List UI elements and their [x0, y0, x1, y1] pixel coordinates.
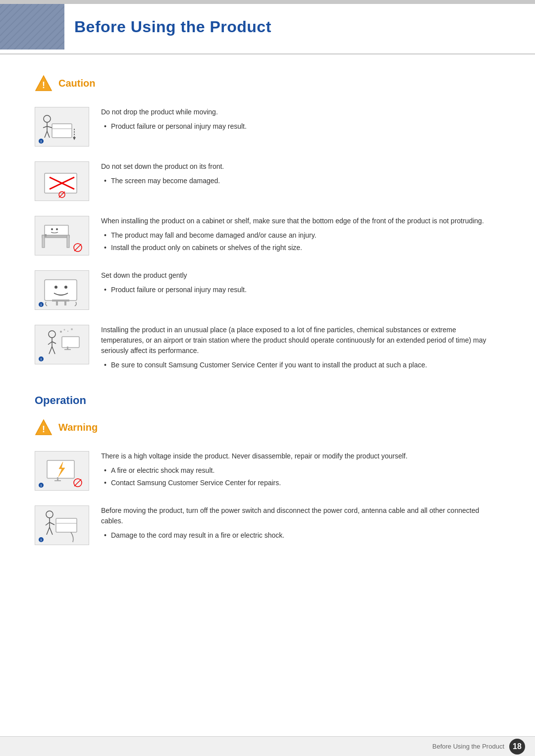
svg-rect-31	[52, 300, 69, 302]
svg-rect-23	[67, 235, 69, 248]
svg-text:i: i	[41, 357, 42, 361]
caution-item-unusual: i Installing the product in an unusual p…	[35, 325, 500, 372]
warning-voltage-bullets: A fire or electric shock may result. Con…	[101, 465, 500, 488]
warning-moving-main: Before moving the product, turn off the …	[101, 505, 500, 526]
operation-label: Operation	[35, 394, 86, 406]
svg-rect-24	[45, 225, 68, 235]
svg-text:i: i	[41, 484, 42, 487]
caution-moving-bullet-0: Product failure or personal injury may r…	[101, 121, 500, 132]
svg-text:i: i	[41, 538, 42, 542]
caution-cabinet-main: When installing the product on a cabinet…	[101, 216, 500, 226]
svg-line-65	[46, 522, 50, 525]
main-content: ! Caution i	[0, 74, 535, 600]
caution-item-moving-content: Do not drop the product while moving. Pr…	[101, 107, 500, 134]
caution-item-unusual-content: Installing the product in an unusual pla…	[101, 325, 500, 372]
svg-line-67	[47, 527, 50, 535]
svg-point-26	[51, 228, 53, 230]
svg-text:i: i	[41, 303, 42, 306]
caution-item-front-content: Do not set down the product on its front…	[101, 161, 500, 188]
svg-rect-30	[45, 280, 77, 301]
svg-line-29	[74, 244, 81, 251]
svg-point-38	[49, 331, 55, 338]
svg-line-66	[50, 522, 54, 525]
svg-line-9	[43, 126, 47, 128]
caution-front-bullet-0: The screen may become damaged.	[101, 176, 500, 186]
svg-rect-46	[64, 349, 71, 350]
svg-rect-57	[54, 480, 61, 481]
caution-unusual-bullets: Be sure to consult Samsung Customer Serv…	[101, 360, 500, 370]
svg-point-48	[64, 329, 65, 331]
illustration-gently: i	[35, 270, 89, 310]
svg-line-42	[49, 347, 52, 354]
svg-text:i: i	[41, 140, 42, 143]
caution-front-bullets: The screen may become damaged.	[101, 176, 500, 186]
warning-voltage-main: There is a high voltage inside the produ…	[101, 451, 500, 461]
svg-point-27	[56, 228, 58, 230]
warning-item-moving: i Before moving the product, turn off th…	[35, 505, 500, 545]
page-footer: Before Using the Product 18	[0, 736, 535, 756]
svg-point-6	[44, 115, 51, 122]
svg-line-41	[52, 342, 56, 344]
warning-item-voltage: i There is a high voltage inside the pro…	[35, 451, 500, 491]
svg-rect-25	[45, 234, 47, 237]
warning-moving-bullets: Damage to the cord may result in a fire …	[101, 530, 500, 541]
caution-item-moving: i Do not drop the product while moving. …	[35, 107, 500, 147]
svg-line-60	[74, 479, 81, 486]
svg-rect-22	[42, 235, 45, 248]
svg-rect-33	[64, 302, 66, 305]
svg-point-50	[71, 328, 73, 330]
page-header: Before Using the Product	[0, 0, 535, 54]
svg-rect-69	[56, 518, 77, 532]
svg-marker-13	[73, 137, 76, 140]
caution-icon: !	[35, 74, 53, 92]
svg-rect-44	[62, 337, 79, 348]
svg-line-40	[48, 342, 52, 345]
caution-unusual-bullet-0: Be sure to consult Samsung Customer Serv…	[101, 360, 500, 370]
caution-moving-bullets: Product failure or personal injury may r…	[101, 121, 500, 132]
svg-text:!: !	[42, 424, 45, 434]
caution-cabinet-bullet-0: The product may fall and become damaged …	[101, 230, 500, 241]
svg-point-35	[64, 286, 67, 289]
warning-voltage-bullet-0: A fire or electric shock may result.	[101, 465, 500, 476]
caution-front-main: Do not set down the product on its front…	[101, 161, 500, 172]
warning-voltage-bullet-1: Contact Samsung Customer Service Center …	[101, 478, 500, 488]
svg-point-47	[60, 331, 62, 333]
caution-item-gently-content: Set down the product gently Product fail…	[101, 270, 500, 297]
svg-text:!: !	[42, 80, 45, 90]
svg-line-43	[52, 347, 55, 354]
svg-point-63	[46, 511, 53, 518]
svg-rect-4	[52, 124, 72, 138]
illustration-unusual: i	[35, 325, 89, 364]
caution-gently-main: Set down the product gently	[101, 270, 500, 281]
illustration-voltage: i	[35, 451, 89, 491]
caution-item-cabinet: When installing the product on a cabinet…	[35, 216, 500, 255]
caution-item-cabinet-content: When installing the product on a cabinet…	[101, 216, 500, 255]
caution-gently-bullets: Product failure or personal injury may r…	[101, 285, 500, 295]
footer-text: Before Using the Product	[432, 742, 504, 752]
svg-line-8	[47, 126, 52, 128]
warning-moving-bullet-0: Damage to the cord may result in a fire …	[101, 530, 500, 541]
caution-item-gently: i Set down the product gently Product fa…	[35, 270, 500, 310]
caution-item-front: Do not set down the product on its front…	[35, 161, 500, 201]
caution-cabinet-bullets: The product may fall and become damaged …	[101, 230, 500, 253]
caution-section-heading: ! Caution	[35, 74, 500, 92]
page-title: Before Using the Product	[74, 15, 505, 39]
illustration-moving-cables: i	[35, 505, 89, 545]
illustration-cabinet	[35, 216, 89, 255]
warning-label: Warning	[58, 420, 98, 435]
svg-rect-32	[56, 302, 58, 305]
caution-gently-bullet-0: Product failure or personal injury may r…	[101, 285, 500, 295]
illustration-front-down	[35, 161, 89, 201]
caution-unusual-main: Installing the product in an unusual pla…	[101, 325, 500, 356]
page-number: 18	[509, 739, 525, 755]
svg-point-49	[67, 331, 68, 332]
svg-line-68	[50, 527, 53, 535]
warning-item-moving-content: Before moving the product, turn off the …	[101, 505, 500, 543]
warning-item-voltage-content: There is a high voltage inside the produ…	[101, 451, 500, 490]
caution-moving-main: Do not drop the product while moving.	[101, 107, 500, 117]
svg-line-10	[45, 131, 47, 138]
caution-cabinet-bullet-1: Install the product only on cabinets or …	[101, 243, 500, 253]
illustration-moving: i	[35, 107, 89, 147]
svg-line-11	[47, 131, 50, 138]
operation-heading: Operation	[35, 392, 500, 408]
